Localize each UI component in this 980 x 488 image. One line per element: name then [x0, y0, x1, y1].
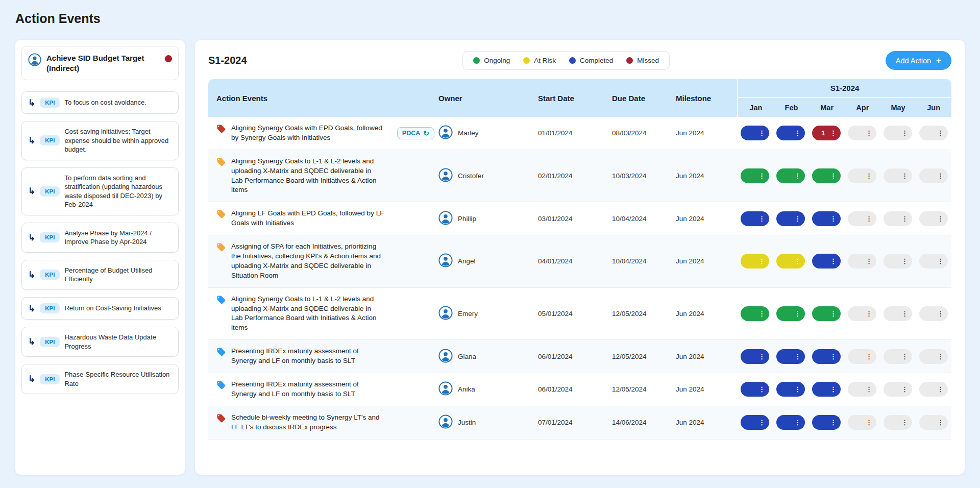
- month-status-pill-completed[interactable]: ⋮: [776, 415, 805, 430]
- month-status-pill-completed[interactable]: ⋮: [776, 211, 805, 226]
- month-status-pill-none[interactable]: ⋮: [884, 126, 912, 140]
- kebab-menu-icon[interactable]: ⋮: [830, 258, 837, 264]
- month-status-pill-missed[interactable]: 1⋮: [812, 126, 841, 140]
- month-status-pill-none[interactable]: ⋮: [884, 254, 912, 269]
- month-status-pill-none[interactable]: ⋮: [919, 349, 948, 364]
- kebab-menu-icon[interactable]: ⋮: [830, 173, 837, 179]
- kebab-menu-icon[interactable]: ⋮: [794, 130, 801, 136]
- month-status-pill-none[interactable]: ⋮: [848, 168, 876, 183]
- kebab-menu-icon[interactable]: ⋮: [937, 386, 944, 393]
- kebab-menu-icon[interactable]: ⋮: [901, 419, 908, 426]
- month-status-pill-ongoing[interactable]: ⋮: [741, 306, 769, 321]
- kpi-card[interactable]: ↳KPICost saving initiatives; Target expe…: [21, 121, 179, 160]
- kebab-menu-icon[interactable]: ⋮: [866, 258, 872, 264]
- month-status-pill-completed[interactable]: ⋮: [741, 382, 769, 397]
- kebab-menu-icon[interactable]: ⋮: [830, 419, 837, 426]
- month-status-pill-none[interactable]: ⋮: [884, 349, 912, 364]
- month-status-pill-completed[interactable]: ⋮: [776, 349, 805, 364]
- kebab-menu-icon[interactable]: ⋮: [901, 215, 908, 222]
- pdca-badge[interactable]: PDCA↻: [397, 127, 434, 139]
- kebab-menu-icon[interactable]: ⋮: [937, 215, 944, 222]
- kebab-menu-icon[interactable]: ⋮: [866, 215, 872, 222]
- kebab-menu-icon[interactable]: ⋮: [901, 310, 908, 317]
- kebab-menu-icon[interactable]: ⋮: [937, 310, 944, 317]
- month-status-pill-none[interactable]: ⋮: [848, 254, 876, 269]
- kpi-card[interactable]: ↳KPITo focus on cost avoidance.: [21, 91, 179, 114]
- month-status-pill-none[interactable]: ⋮: [884, 382, 912, 397]
- kebab-menu-icon[interactable]: ⋮: [937, 130, 944, 136]
- month-status-pill-none[interactable]: ⋮: [919, 306, 948, 321]
- month-status-pill-none[interactable]: ⋮: [919, 168, 948, 183]
- month-status-pill-none[interactable]: ⋮: [919, 382, 948, 397]
- kebab-menu-icon[interactable]: ⋮: [794, 310, 801, 317]
- month-status-pill-completed[interactable]: ⋮: [741, 211, 769, 226]
- kebab-menu-icon[interactable]: ⋮: [758, 310, 765, 317]
- kebab-menu-icon[interactable]: ⋮: [794, 173, 801, 179]
- month-status-pill-none[interactable]: ⋮: [919, 254, 948, 269]
- kebab-menu-icon[interactable]: ⋮: [758, 173, 765, 179]
- kebab-menu-icon[interactable]: ⋮: [830, 130, 837, 136]
- kebab-menu-icon[interactable]: ⋮: [758, 419, 765, 426]
- month-status-pill-none[interactable]: ⋮: [884, 168, 912, 183]
- month-status-pill-ongoing[interactable]: ⋮: [741, 168, 769, 183]
- kebab-menu-icon[interactable]: ⋮: [937, 419, 944, 426]
- month-status-pill-completed[interactable]: ⋮: [776, 382, 805, 397]
- month-status-pill-completed[interactable]: ⋮: [812, 211, 841, 226]
- kebab-menu-icon[interactable]: ⋮: [866, 353, 872, 360]
- month-status-pill-completed[interactable]: ⋮: [741, 349, 769, 364]
- kebab-menu-icon[interactable]: ⋮: [758, 258, 765, 264]
- kebab-menu-icon[interactable]: ⋮: [794, 215, 801, 222]
- month-status-pill-none[interactable]: ⋮: [919, 126, 948, 140]
- kebab-menu-icon[interactable]: ⋮: [937, 173, 944, 179]
- kebab-menu-icon[interactable]: ⋮: [866, 386, 872, 393]
- month-status-pill-none[interactable]: ⋮: [848, 211, 876, 226]
- kebab-menu-icon[interactable]: ⋮: [794, 386, 801, 393]
- kebab-menu-icon[interactable]: ⋮: [794, 419, 801, 426]
- month-status-pill-ongoing[interactable]: ⋮: [776, 306, 805, 321]
- month-status-pill-none[interactable]: ⋮: [848, 349, 876, 364]
- kebab-menu-icon[interactable]: ⋮: [901, 353, 908, 360]
- month-status-pill-none[interactable]: ⋮: [848, 306, 876, 321]
- kpi-card[interactable]: ↳KPIAnalyse Phase by Mar-2024 / Improve …: [21, 223, 179, 253]
- kebab-menu-icon[interactable]: ⋮: [866, 310, 872, 317]
- kebab-menu-icon[interactable]: ⋮: [901, 258, 908, 264]
- kebab-menu-icon[interactable]: ⋮: [758, 353, 765, 360]
- month-status-pill-ongoing[interactable]: ⋮: [812, 306, 841, 321]
- kebab-menu-icon[interactable]: ⋮: [937, 353, 944, 360]
- month-status-pill-none[interactable]: ⋮: [919, 415, 948, 430]
- kebab-menu-icon[interactable]: ⋮: [830, 215, 837, 222]
- month-status-pill-ongoing[interactable]: ⋮: [812, 168, 841, 183]
- goal-card[interactable]: Achieve SID Budget Target (Indirect): [21, 46, 179, 80]
- month-status-pill-none[interactable]: ⋮: [884, 415, 912, 430]
- month-status-pill-none[interactable]: ⋮: [848, 415, 876, 430]
- month-status-pill-atrisk[interactable]: ⋮: [741, 254, 769, 269]
- month-status-pill-atrisk[interactable]: ⋮: [776, 254, 805, 269]
- kebab-menu-icon[interactable]: ⋮: [937, 258, 944, 264]
- kebab-menu-icon[interactable]: ⋮: [758, 386, 765, 393]
- kpi-card[interactable]: ↳KPIHazardous Waste Data Update Progress: [21, 327, 179, 357]
- kpi-card[interactable]: ↳KPIPercentage of Budget Utilised Effici…: [21, 260, 179, 290]
- kebab-menu-icon[interactable]: ⋮: [901, 130, 908, 136]
- kebab-menu-icon[interactable]: ⋮: [866, 130, 872, 136]
- kebab-menu-icon[interactable]: ⋮: [794, 258, 801, 264]
- kebab-menu-icon[interactable]: ⋮: [830, 353, 837, 360]
- kebab-menu-icon[interactable]: ⋮: [830, 386, 837, 393]
- month-status-pill-completed[interactable]: ⋮: [812, 254, 841, 269]
- kebab-menu-icon[interactable]: ⋮: [866, 173, 872, 179]
- add-action-button[interactable]: Add Action +: [886, 51, 951, 70]
- month-status-pill-completed[interactable]: ⋮: [741, 126, 769, 140]
- kebab-menu-icon[interactable]: ⋮: [830, 310, 837, 317]
- kpi-card[interactable]: ↳KPITo perform data sorting and stratifi…: [21, 167, 179, 215]
- kebab-menu-icon[interactable]: ⋮: [901, 173, 908, 179]
- month-status-pill-none[interactable]: ⋮: [848, 126, 876, 140]
- kpi-card[interactable]: ↳KPIReturn on Cost-Saving Initiatives: [21, 297, 179, 320]
- month-status-pill-completed[interactable]: ⋮: [812, 382, 841, 397]
- month-status-pill-none[interactable]: ⋮: [848, 382, 876, 397]
- month-status-pill-none[interactable]: ⋮: [884, 211, 912, 226]
- month-status-pill-ongoing[interactable]: ⋮: [776, 168, 805, 183]
- month-status-pill-none[interactable]: ⋮: [919, 211, 948, 226]
- month-status-pill-none[interactable]: ⋮: [884, 306, 912, 321]
- kebab-menu-icon[interactable]: ⋮: [794, 353, 801, 360]
- kebab-menu-icon[interactable]: ⋮: [901, 386, 908, 393]
- kpi-card[interactable]: ↳KPIPhase-Specific Resource Utilisation …: [21, 364, 179, 394]
